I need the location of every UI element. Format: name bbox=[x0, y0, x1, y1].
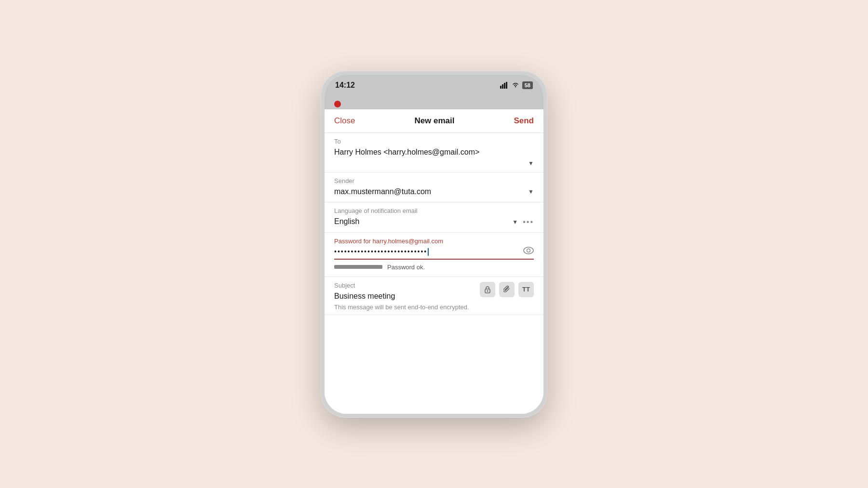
text-cursor bbox=[428, 248, 429, 256]
to-field-section: To Harry Holmes <harry.holmes@gmail.com>… bbox=[325, 133, 543, 172]
svg-rect-0 bbox=[500, 86, 502, 89]
attachment-button[interactable] bbox=[499, 282, 515, 297]
password-toggle-visibility[interactable] bbox=[523, 247, 534, 257]
sender-field-section: Sender max.mustermann@tuta.com ▼ bbox=[325, 172, 543, 202]
subject-icons: TT bbox=[480, 282, 534, 297]
status-icons: 58 bbox=[500, 81, 533, 89]
compose-header: Close New email Send bbox=[325, 109, 543, 133]
text-format-icon: TT bbox=[522, 286, 530, 293]
svg-point-5 bbox=[527, 249, 530, 252]
compose-title: New email bbox=[414, 116, 454, 126]
tuta-logo bbox=[334, 101, 341, 107]
password-strength-row: Password ok. bbox=[334, 264, 534, 275]
language-field-section: Language of notification email English ▼… bbox=[325, 202, 543, 232]
password-label: Password for harry.holmes@gmail.com bbox=[334, 237, 534, 245]
battery-level: 58 bbox=[525, 82, 530, 88]
to-row-extra: ▼ bbox=[334, 158, 534, 169]
svg-rect-2 bbox=[504, 83, 505, 89]
compose-body[interactable] bbox=[325, 315, 543, 413]
battery-indicator: 58 bbox=[522, 81, 533, 89]
compose-screen: Close New email Send To Harry Holmes <ha… bbox=[325, 109, 543, 414]
close-button[interactable]: Close bbox=[334, 116, 355, 126]
status-time: 14:12 bbox=[335, 81, 355, 90]
language-more-button[interactable]: ••• bbox=[523, 218, 534, 226]
wifi-icon bbox=[512, 82, 519, 88]
lock-button[interactable] bbox=[480, 282, 495, 297]
sender-dropdown-arrow[interactable]: ▼ bbox=[528, 188, 534, 195]
phone-screen: 14:12 58 bbox=[325, 75, 543, 414]
phone-frame: 14:12 58 bbox=[321, 71, 547, 418]
status-bar: 14:12 58 bbox=[325, 75, 543, 96]
app-header-bg bbox=[325, 96, 543, 109]
language-actions: ▼ ••• bbox=[512, 218, 534, 226]
encryption-note: This message will be sent end-to-end enc… bbox=[334, 303, 534, 311]
password-strength-bar bbox=[334, 265, 382, 269]
sender-value[interactable]: max.mustermann@tuta.com bbox=[334, 186, 534, 197]
sender-label: Sender bbox=[334, 177, 534, 185]
to-dropdown-arrow[interactable]: ▼ bbox=[528, 160, 534, 167]
language-dropdown-arrow[interactable]: ▼ bbox=[512, 219, 518, 225]
to-value[interactable]: Harry Holmes <harry.holmes@gmail.com> bbox=[334, 147, 534, 158]
svg-point-4 bbox=[524, 247, 533, 254]
svg-rect-1 bbox=[502, 84, 503, 89]
to-label: To bbox=[334, 138, 534, 145]
password-field-section: Password for harry.holmes@gmail.com ••••… bbox=[325, 233, 543, 277]
language-label: Language of notification email bbox=[334, 207, 534, 214]
send-button[interactable]: Send bbox=[514, 116, 534, 126]
password-dots[interactable]: •••••••••••••••••••••••••••• bbox=[334, 248, 523, 256]
signal-icon bbox=[500, 82, 509, 89]
subject-field-section: Subject TT bbox=[325, 277, 543, 315]
svg-point-7 bbox=[487, 290, 488, 291]
text-format-button[interactable]: TT bbox=[518, 282, 534, 297]
password-strength-text: Password ok. bbox=[387, 264, 425, 271]
svg-rect-3 bbox=[506, 82, 507, 89]
password-input-row: •••••••••••••••••••••••••••• bbox=[334, 247, 534, 260]
language-value[interactable]: English bbox=[334, 216, 534, 227]
